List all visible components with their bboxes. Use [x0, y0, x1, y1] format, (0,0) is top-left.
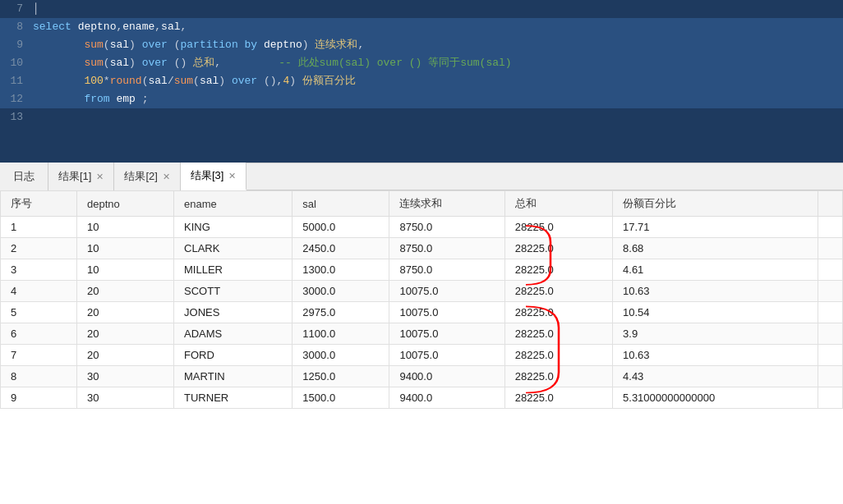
table-cell: 28225.0 — [504, 366, 612, 387]
table-row: 520JONES2975.010075.028225.010.54 — [1, 302, 843, 323]
table-cell: CLARK — [174, 238, 293, 259]
table-cell-extra — [818, 302, 843, 323]
table-cell: 20 — [76, 323, 173, 345]
table-cell: 28225.0 — [504, 302, 612, 323]
line-number-10: 10 — [0, 54, 33, 72]
table-cell: 10 — [76, 259, 173, 281]
table-cell: 1500.0 — [293, 387, 389, 409]
table-cell-extra — [818, 323, 843, 345]
table-cell-extra — [818, 345, 843, 366]
table-row: 210CLARK2450.08750.028225.08.68 — [1, 238, 843, 259]
table-cell: 9 — [1, 387, 77, 409]
table-cell: 28225.0 — [504, 345, 612, 366]
table-cell: 2975.0 — [293, 302, 389, 323]
code-editor[interactable]: 7 │ 8 select deptno,ename,sal, 9 sum(sal… — [0, 0, 843, 163]
line-number-7: 7 — [0, 0, 33, 18]
table-cell: SCOTT — [174, 281, 293, 302]
table-cell: 6 — [1, 323, 77, 345]
table-cell: 17.71 — [613, 217, 818, 238]
table-cell: TURNER — [174, 387, 293, 409]
code-line-11: 11 100*round(sal/sum(sal) over (),4) 份额百… — [0, 72, 843, 90]
table-cell: ADAMS — [174, 323, 293, 345]
col-header-fene: 份额百分比 — [613, 191, 818, 217]
tab-result-2[interactable]: 结果[2] ✕ — [114, 163, 180, 190]
table-cell: MILLER — [174, 259, 293, 281]
table-cell: KING — [174, 217, 293, 238]
code-line-8: 8 select deptno,ename,sal, — [0, 18, 843, 36]
tab-result-2-label: 结果[2] — [124, 169, 157, 184]
col-header-zonghe: 总和 — [504, 191, 612, 217]
line-content-8: select deptno,ename,sal, — [33, 18, 843, 36]
table-cell: 8750.0 — [389, 217, 504, 238]
tabs-bar: 日志 结果[1] ✕ 结果[2] ✕ 结果[3] ✕ — [0, 163, 843, 190]
table-cell: 28225.0 — [504, 323, 612, 345]
table-cell: 7 — [1, 345, 77, 366]
table-cell: 10075.0 — [389, 345, 504, 366]
table-cell-extra — [818, 281, 843, 302]
table-cell: MARTIN — [174, 366, 293, 387]
table-cell: 8 — [1, 366, 77, 387]
table-cell: 3 — [1, 259, 77, 281]
code-line-12: 12 from emp ; — [0, 90, 843, 108]
table-cell: 10.63 — [613, 345, 818, 366]
table-cell: 4 — [1, 281, 77, 302]
tab-log-label: 日志 — [13, 169, 35, 184]
table-cell: 8750.0 — [389, 259, 504, 281]
table-cell: 2450.0 — [293, 238, 389, 259]
table-cell: 30 — [76, 366, 173, 387]
table-cell: 4.43 — [613, 366, 818, 387]
table-cell: 3.9 — [613, 323, 818, 345]
table-cell: 1250.0 — [293, 366, 389, 387]
table-cell: 3000.0 — [293, 345, 389, 366]
table-cell: 28225.0 — [504, 387, 612, 409]
results-area[interactable]: 序号 deptno ename sal 连续求和 总和 份额百分比 110KIN… — [0, 190, 843, 504]
line-content-10: sum(sal) over () 总和, -- 此处sum(sal) over … — [33, 54, 843, 72]
table-cell-extra — [818, 259, 843, 281]
tab-result-3-close[interactable]: ✕ — [228, 171, 236, 181]
table-cell: 5000.0 — [293, 217, 389, 238]
results-table: 序号 deptno ename sal 连续求和 总和 份额百分比 110KIN… — [0, 190, 843, 409]
table-cell: 10075.0 — [389, 281, 504, 302]
table-cell: 10 — [76, 238, 173, 259]
table-cell: 8.68 — [613, 238, 818, 259]
table-cell: 1300.0 — [293, 259, 389, 281]
table-cell-extra — [818, 366, 843, 387]
code-line-10: 10 sum(sal) over () 总和, -- 此处sum(sal) ov… — [0, 54, 843, 72]
line-number-11: 11 — [0, 72, 33, 90]
table-cell: 28225.0 — [504, 217, 612, 238]
table-row: 310MILLER1300.08750.028225.04.61 — [1, 259, 843, 281]
table-cell: 10075.0 — [389, 302, 504, 323]
table-cell-extra — [818, 238, 843, 259]
table-cell: 20 — [76, 302, 173, 323]
tab-log[interactable]: 日志 — [0, 163, 48, 190]
table-row: 420SCOTT3000.010075.028225.010.63 — [1, 281, 843, 302]
tab-result-1-close[interactable]: ✕ — [96, 172, 104, 182]
table-cell: 4.61 — [613, 259, 818, 281]
code-line-9: 9 sum(sal) over (partition by deptno) 连续… — [0, 36, 843, 54]
table-row: 620ADAMS1100.010075.028225.03.9 — [1, 323, 843, 345]
table-row: 830MARTIN1250.09400.028225.04.43 — [1, 366, 843, 387]
line-number-12: 12 — [0, 90, 33, 108]
tab-result-1-label: 结果[1] — [58, 169, 91, 184]
col-header-seq: 序号 — [1, 191, 77, 217]
table-cell: 5.31000000000000 — [613, 387, 818, 409]
col-header-ename: ename — [174, 191, 293, 217]
table-cell: FORD — [174, 345, 293, 366]
table-cell: 10.63 — [613, 281, 818, 302]
line-number-13: 13 — [0, 108, 33, 126]
table-cell: 9400.0 — [389, 387, 504, 409]
table-header-row: 序号 deptno ename sal 连续求和 总和 份额百分比 — [1, 191, 843, 217]
tab-result-2-close[interactable]: ✕ — [163, 172, 170, 182]
table-cell: 30 — [76, 387, 173, 409]
tab-result-3[interactable]: 结果[3] ✕ — [181, 163, 246, 190]
table-cell-extra — [818, 387, 843, 409]
tab-result-1[interactable]: 结果[1] ✕ — [48, 163, 114, 190]
table-row: 720FORD3000.010075.028225.010.63 — [1, 345, 843, 366]
line-content-9: sum(sal) over (partition by deptno) 连续求和… — [33, 36, 843, 54]
table-cell: 20 — [76, 345, 173, 366]
table-cell: 2 — [1, 238, 77, 259]
table-cell: 5 — [1, 302, 77, 323]
line-number-9: 9 — [0, 36, 33, 54]
code-line-13: 13 — [0, 108, 843, 126]
code-line-7: 7 │ — [0, 0, 843, 18]
